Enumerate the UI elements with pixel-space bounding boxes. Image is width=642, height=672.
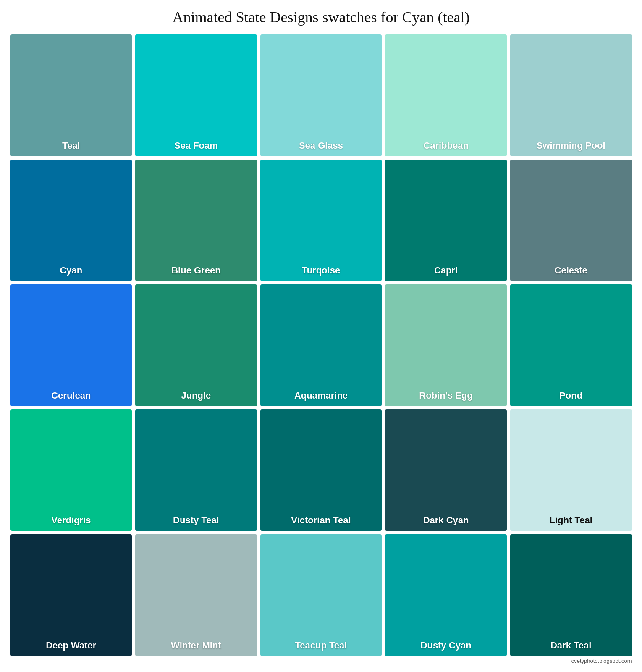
swatch-dark-teal: Dark Teal	[510, 534, 632, 656]
swatch-label: Blue Green	[135, 265, 257, 276]
swatch-label: Teal	[10, 140, 132, 151]
swatch-dusty-teal: Dusty Teal	[135, 410, 257, 531]
swatch-capri: Capri	[385, 160, 507, 281]
swatch-grid: TealSea FoamSea GlassCaribbeanSwimming P…	[10, 34, 632, 656]
swatch-light-teal: Light Teal	[510, 410, 632, 531]
swatch-label: Victorian Teal	[260, 515, 382, 526]
swatch-label: Pond	[510, 390, 632, 401]
swatch-label: Verdigris	[10, 515, 132, 526]
swatch-cyan: Cyan	[10, 160, 132, 281]
swatch-label: Dusty Teal	[135, 515, 257, 526]
swatch-verdigris: Verdigris	[10, 410, 132, 531]
swatch-teal: Teal	[10, 34, 132, 156]
swatch-label: Sea Glass	[260, 140, 382, 151]
swatch-label: Turqoise	[260, 265, 382, 276]
swatch-label: Capri	[385, 265, 507, 276]
swatch-deep-water: Deep Water	[10, 534, 132, 656]
swatch-blue-green: Blue Green	[135, 160, 257, 281]
swatch-label: Winter Mint	[135, 640, 257, 651]
swatch-sea-glass: Sea Glass	[260, 34, 382, 156]
swatch-label: Sea Foam	[135, 140, 257, 151]
swatch-label: Deep Water	[10, 640, 132, 651]
swatch-dark-cyan: Dark Cyan	[385, 410, 507, 531]
watermark: cvetyphoto.blogspot.com	[10, 658, 632, 664]
swatch-aquamarine: Aquamarine	[260, 284, 382, 406]
swatch-jungle: Jungle	[135, 284, 257, 406]
swatch-label: Light Teal	[510, 515, 632, 526]
swatch-victorian-teal: Victorian Teal	[260, 410, 382, 531]
swatch-dusty-cyan: Dusty Cyan	[385, 534, 507, 656]
swatch-label: Teacup Teal	[260, 640, 382, 651]
swatch-label: Jungle	[135, 390, 257, 401]
swatch-turqoise: Turqoise	[260, 160, 382, 281]
swatch-label: Dark Cyan	[385, 515, 507, 526]
swatch-label: Caribbean	[385, 140, 507, 151]
swatch-label: Aquamarine	[260, 390, 382, 401]
swatch-robin-s-egg: Robin's Egg	[385, 284, 507, 406]
swatch-swimming-pool: Swimming Pool	[510, 34, 632, 156]
swatch-label: Robin's Egg	[385, 390, 507, 401]
swatch-cerulean: Cerulean	[10, 284, 132, 406]
swatch-label: Cerulean	[10, 390, 132, 401]
swatch-label: Cyan	[10, 265, 132, 276]
swatch-teacup-teal: Teacup Teal	[260, 534, 382, 656]
swatch-caribbean: Caribbean	[385, 34, 507, 156]
swatch-label: Swimming Pool	[510, 140, 632, 151]
swatch-sea-foam: Sea Foam	[135, 34, 257, 156]
swatch-pond: Pond	[510, 284, 632, 406]
swatch-label: Dark Teal	[510, 640, 632, 651]
swatch-winter-mint: Winter Mint	[135, 534, 257, 656]
swatch-label: Dusty Cyan	[385, 640, 507, 651]
swatch-label: Celeste	[510, 265, 632, 276]
swatch-celeste: Celeste	[510, 160, 632, 281]
page-title: Animated State Designs swatches for Cyan…	[173, 8, 470, 26]
